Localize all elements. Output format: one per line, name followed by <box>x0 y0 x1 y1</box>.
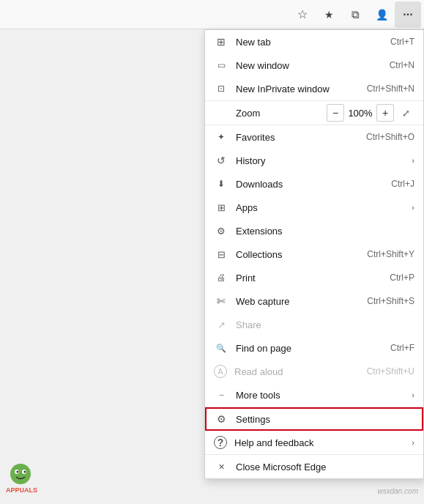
zoom-value: 100% <box>347 108 373 119</box>
appuas-logo: APPUALS <box>6 459 50 498</box>
svg-text:APPUALS: APPUALS <box>6 486 37 494</box>
close-icon <box>214 459 228 474</box>
moretools-label: More tools <box>236 390 407 401</box>
menu-item-settings[interactable]: Settings <box>205 407 423 431</box>
downloads-icon <box>214 177 228 191</box>
star-list-icon <box>324 8 334 21</box>
menu-item-history[interactable]: History › <box>205 149 423 172</box>
svg-point-4 <box>24 471 26 473</box>
tabs-button[interactable] <box>342 1 368 28</box>
inprivate-shortcut: Ctrl+Shift+N <box>367 84 414 94</box>
menu-item-readaloud[interactable]: Read aloud Ctrl+Shift+U <box>205 360 423 383</box>
zoom-row: Zoom − 100% + ⤢ <box>205 101 423 125</box>
print-icon <box>214 270 228 285</box>
menu-item-moretools[interactable]: More tools › <box>205 383 423 407</box>
new-tab-shortcut: Ctrl+T <box>390 37 414 47</box>
zoom-label: Zoom <box>214 108 327 119</box>
menu-item-downloads[interactable]: Downloads Ctrl+J <box>205 172 423 196</box>
favorites-icon <box>214 130 228 144</box>
star-button[interactable] <box>289 1 316 28</box>
page-content <box>0 29 205 504</box>
menu-item-collections[interactable]: Collections Ctrl+Shift+Y <box>205 242 423 266</box>
svg-point-0 <box>10 464 31 484</box>
webcapture-shortcut: Ctrl+Shift+S <box>367 296 414 306</box>
findonpage-shortcut: Ctrl+F <box>390 343 414 353</box>
close-edge-label: Close Microsoft Edge <box>236 462 414 472</box>
menu-item-new-window[interactable]: New window Ctrl+N <box>205 53 423 77</box>
more-icon <box>403 8 412 21</box>
history-chevron: › <box>412 156 414 165</box>
collections-icon <box>214 247 228 262</box>
menu-item-extensions[interactable]: Extensions <box>205 219 423 242</box>
menu-item-apps[interactable]: Apps › <box>205 196 423 219</box>
menu-item-findonpage[interactable]: Find on page Ctrl+F <box>205 336 423 360</box>
settings-section: Settings Help and feedback › <box>205 407 423 455</box>
readaloud-label: Read aloud <box>234 366 367 377</box>
extensions-icon <box>214 223 228 238</box>
new-tab-label: New tab <box>236 37 390 48</box>
share-icon <box>214 317 228 332</box>
zoom-increase-button[interactable]: + <box>376 104 394 122</box>
settings-icon <box>214 412 228 426</box>
menu-item-print[interactable]: Print Ctrl+P <box>205 266 423 289</box>
menu-item-new-tab[interactable]: New tab Ctrl+T <box>205 30 423 53</box>
collections-label: Collections <box>236 249 367 260</box>
help-icon <box>214 436 227 449</box>
inprivate-icon <box>214 81 228 96</box>
menu-item-close-edge[interactable]: Close Microsoft Edge <box>205 455 423 478</box>
context-menu: New tab Ctrl+T New window Ctrl+N New InP… <box>204 29 424 479</box>
new-window-label: New window <box>236 60 390 71</box>
new-window-shortcut: Ctrl+N <box>390 60 414 70</box>
apps-label: Apps <box>236 202 407 213</box>
zoom-expand-button[interactable]: ⤢ <box>397 104 414 122</box>
history-label: History <box>236 155 407 166</box>
share-label: Share <box>236 319 414 330</box>
apps-chevron: › <box>412 203 414 212</box>
webcapture-label: Web capture <box>236 296 367 307</box>
webcapture-icon <box>214 294 228 308</box>
menu-item-favorites[interactable]: Favorites Ctrl+Shift+O <box>205 125 423 149</box>
print-label: Print <box>236 273 390 284</box>
help-label: Help and feedback <box>234 437 407 448</box>
findonpage-icon <box>214 341 228 355</box>
moretools-chevron: › <box>412 390 414 399</box>
print-shortcut: Ctrl+P <box>390 273 414 283</box>
user-button[interactable] <box>368 1 395 28</box>
moretools-icon <box>214 388 228 402</box>
favorites-shortcut: Ctrl+Shift+O <box>366 132 414 142</box>
browser-toolbar <box>0 0 424 29</box>
collections-shortcut: Ctrl+Shift+Y <box>367 249 414 259</box>
favorites-button[interactable] <box>316 1 342 28</box>
zoom-controls: − 100% + <box>327 104 394 122</box>
extensions-label: Extensions <box>236 226 414 237</box>
tabs-icon <box>352 8 360 21</box>
apps-icon <box>214 200 228 215</box>
findonpage-label: Find on page <box>236 343 390 354</box>
menu-item-webcapture[interactable]: Web capture Ctrl+Shift+S <box>205 289 423 313</box>
favorites-label: Favorites <box>236 132 366 143</box>
actions-section: Favorites Ctrl+Shift+O History › Downloa… <box>205 125 423 407</box>
downloads-shortcut: Ctrl+J <box>391 179 414 189</box>
watermark: wsxdan.com <box>377 487 418 495</box>
history-icon <box>214 153 228 168</box>
readaloud-icon <box>214 365 227 378</box>
star-icon <box>297 7 308 21</box>
menu-item-help[interactable]: Help and feedback › <box>205 431 423 454</box>
svg-point-3 <box>17 471 19 473</box>
new-section: New tab Ctrl+T New window Ctrl+N New InP… <box>205 30 423 101</box>
zoom-decrease-button[interactable]: − <box>327 104 344 122</box>
menu-item-share[interactable]: Share <box>205 313 423 336</box>
user-icon <box>376 8 388 21</box>
inprivate-label: New InPrivate window <box>236 84 367 94</box>
menu-item-inprivate[interactable]: New InPrivate window Ctrl+Shift+N <box>205 77 423 100</box>
newtab-icon <box>214 34 228 49</box>
settings-label: Settings <box>236 414 414 425</box>
readaloud-shortcut: Ctrl+Shift+U <box>367 366 414 377</box>
window-icon <box>214 58 228 73</box>
downloads-label: Downloads <box>236 179 391 190</box>
help-chevron: › <box>412 438 414 447</box>
more-button[interactable] <box>395 1 421 28</box>
